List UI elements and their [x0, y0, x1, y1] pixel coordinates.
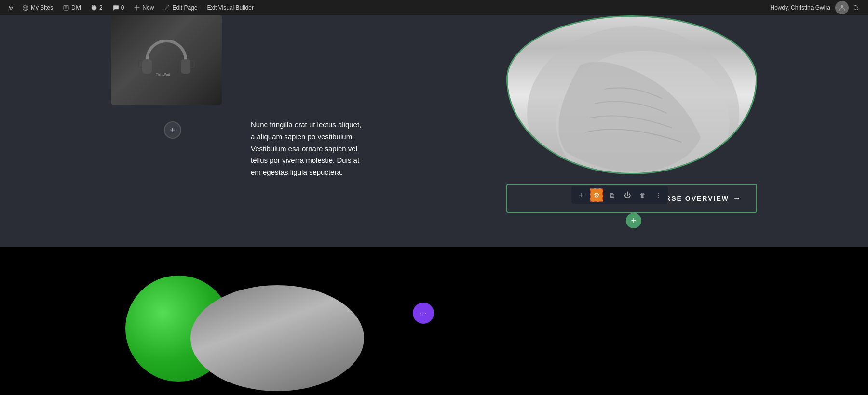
svg-point-3: [854, 5, 857, 9]
my-sites-menu[interactable]: My Sites: [17, 0, 58, 15]
content-text-block: Nunc fringilla erat ut lectus aliquet, a…: [251, 119, 362, 179]
copy-icon: ⧉: [610, 191, 614, 199]
wordpress-logo[interactable]: [4, 1, 17, 14]
user-greeting: Howdy, Christina Gwira: [771, 4, 830, 11]
upper-section: ThinkPad + Nunc fringilla erat ut lectus…: [0, 15, 868, 247]
gray-lens-decoration: [190, 285, 364, 391]
toolbar-more-button[interactable]: ⋮: [651, 188, 665, 202]
avatar: [835, 1, 849, 14]
power-icon: ⏻: [624, 191, 631, 199]
comments-menu[interactable]: 0: [108, 0, 129, 15]
settings-icon: ⚙: [594, 191, 600, 199]
add-inside-module-button[interactable]: +: [626, 213, 641, 228]
add-module-button-left[interactable]: +: [164, 121, 181, 139]
more-icon: ⋮: [655, 191, 662, 199]
toolbar-delete-button[interactable]: 🗑: [636, 188, 650, 202]
add-icon: +: [579, 191, 583, 199]
comments-count: 0: [121, 4, 124, 11]
revisions-menu[interactable]: 2: [86, 0, 108, 15]
toolbar-add-button[interactable]: +: [574, 188, 588, 202]
edit-page-label: Edit Page: [172, 4, 197, 11]
person-illustration: [508, 17, 756, 173]
dots-icon: ···: [420, 310, 426, 316]
svg-rect-4: [142, 59, 152, 74]
toolbar-power-button[interactable]: ⏻: [621, 188, 634, 202]
plus-icon: +: [170, 125, 176, 136]
my-sites-label: My Sites: [31, 4, 53, 11]
search-icon: [853, 4, 859, 11]
revisions-count: 2: [99, 4, 103, 11]
svg-rect-5: [181, 59, 190, 74]
edit-page-menu[interactable]: Edit Page: [159, 0, 202, 15]
headphones-image: ThinkPad: [111, 15, 222, 105]
divi-menu[interactable]: Divi: [58, 0, 86, 15]
main-content: ThinkPad + Nunc fringilla erat ut lectus…: [0, 15, 868, 395]
new-label: New: [142, 4, 154, 11]
exit-vb-label: Exit Visual Builder: [207, 4, 254, 11]
purple-dots-btn[interactable]: ···: [413, 303, 434, 324]
headphones-icon: ThinkPad: [137, 36, 195, 84]
circular-person-image: [506, 15, 757, 174]
module-toolbar: + ⚙ ⧉ ⏻ 🗑 ⋮: [571, 186, 668, 204]
toolbar-copy-button[interactable]: ⧉: [605, 188, 619, 202]
divi-label: Divi: [71, 4, 81, 11]
paragraph-text: Nunc fringilla erat ut lectus aliquet, a…: [251, 119, 362, 179]
admin-bar: My Sites Divi 2 0 New Edit Page Exit Vis…: [0, 0, 868, 15]
delete-icon: 🗑: [640, 192, 646, 198]
plus-inner-icon: +: [631, 216, 637, 226]
exit-vb-menu[interactable]: Exit Visual Builder: [202, 0, 258, 15]
course-arrow-icon: →: [733, 194, 742, 203]
lower-section: ···: [0, 247, 868, 395]
svg-text:ThinkPad: ThinkPad: [156, 73, 170, 76]
new-menu[interactable]: New: [129, 0, 159, 15]
user-info: Howdy, Christina Gwira: [766, 1, 864, 14]
toolbar-settings-button[interactable]: ⚙: [590, 188, 603, 202]
